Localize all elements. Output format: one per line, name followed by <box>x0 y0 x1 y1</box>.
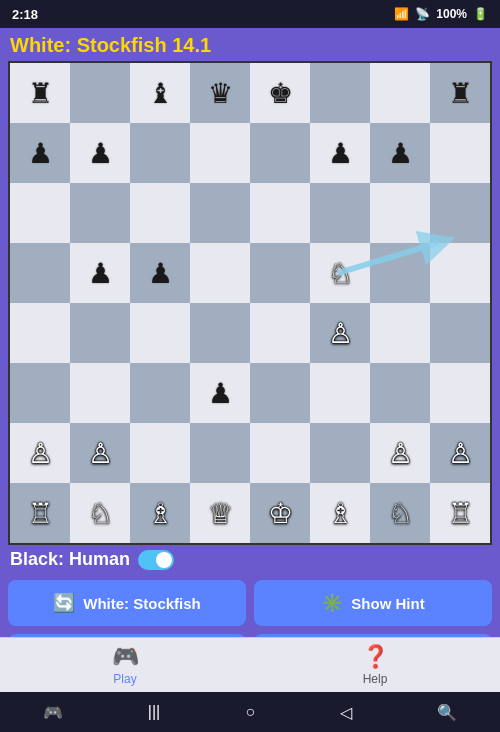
cell-3-2[interactable]: ♟ <box>130 243 190 303</box>
cell-5-1[interactable] <box>70 363 130 423</box>
bottom-nav: 🎮 Play ❓ Help <box>0 637 500 692</box>
piece-4-5: ♙ <box>328 317 353 350</box>
cell-3-5[interactable]: ♘ <box>310 243 370 303</box>
piece-1-1: ♟ <box>88 137 113 170</box>
cell-5-5[interactable] <box>310 363 370 423</box>
cell-2-1[interactable] <box>70 183 130 243</box>
wifi-icon: 📶 <box>394 7 409 21</box>
cell-7-7[interactable]: ♖ <box>430 483 490 543</box>
cell-3-1[interactable]: ♟ <box>70 243 130 303</box>
cell-1-5[interactable]: ♟ <box>310 123 370 183</box>
cell-6-1[interactable]: ♙ <box>70 423 130 483</box>
cell-2-2[interactable] <box>130 183 190 243</box>
status-icons: 📶 📡 100% 🔋 <box>394 7 488 21</box>
cell-6-7[interactable]: ♙ <box>430 423 490 483</box>
cell-0-7[interactable]: ♜ <box>430 63 490 123</box>
cell-5-0[interactable] <box>10 363 70 423</box>
cell-0-0[interactable]: ♜ <box>10 63 70 123</box>
cell-3-7[interactable] <box>430 243 490 303</box>
cell-7-4[interactable]: ♔ <box>250 483 310 543</box>
cell-1-2[interactable] <box>130 123 190 183</box>
cell-0-5[interactable] <box>310 63 370 123</box>
white-stockfish-button[interactable]: 🔄 White: Stockfish <box>8 580 246 626</box>
piece-0-0: ♜ <box>28 77 53 110</box>
cell-7-6[interactable]: ♘ <box>370 483 430 543</box>
cell-5-6[interactable] <box>370 363 430 423</box>
cell-1-7[interactable] <box>430 123 490 183</box>
cell-3-3[interactable] <box>190 243 250 303</box>
cell-0-3[interactable]: ♛ <box>190 63 250 123</box>
cell-1-0[interactable]: ♟ <box>10 123 70 183</box>
phone-nav-home[interactable]: ○ <box>245 703 255 721</box>
cell-3-6[interactable] <box>370 243 430 303</box>
cell-7-1[interactable]: ♘ <box>70 483 130 543</box>
cell-4-7[interactable] <box>430 303 490 363</box>
hint-icon: ✳️ <box>321 592 343 614</box>
cell-3-4[interactable] <box>250 243 310 303</box>
piece-7-6: ♘ <box>388 497 413 530</box>
cell-3-0[interactable] <box>10 243 70 303</box>
cell-5-2[interactable] <box>130 363 190 423</box>
cell-7-2[interactable]: ♗ <box>130 483 190 543</box>
cell-4-3[interactable] <box>190 303 250 363</box>
piece-5-3: ♟ <box>208 377 233 410</box>
cell-2-5[interactable] <box>310 183 370 243</box>
cell-0-1[interactable] <box>70 63 130 123</box>
piece-6-6: ♙ <box>388 437 413 470</box>
cell-1-3[interactable] <box>190 123 250 183</box>
cell-1-6[interactable]: ♟ <box>370 123 430 183</box>
main-content: White: Stockfish 14.1 ♜♝♛♚♜♟♟♟♟♟♟♘♙♟♙♙♙♙… <box>0 28 500 574</box>
phone-nav-bar: 🎮 ||| ○ ◁ 🔍 <box>0 692 500 732</box>
cell-1-4[interactable] <box>250 123 310 183</box>
white-stockfish-label: White: Stockfish <box>83 595 201 612</box>
cell-2-4[interactable] <box>250 183 310 243</box>
cell-4-1[interactable] <box>70 303 130 363</box>
cell-1-1[interactable]: ♟ <box>70 123 130 183</box>
cell-2-0[interactable] <box>10 183 70 243</box>
status-bar: 2:18 📶 📡 100% 🔋 <box>0 0 500 28</box>
cell-5-4[interactable] <box>250 363 310 423</box>
phone-nav-recent[interactable]: ◁ <box>340 703 352 722</box>
cell-6-2[interactable] <box>130 423 190 483</box>
cell-4-0[interactable] <box>10 303 70 363</box>
cell-6-4[interactable] <box>250 423 310 483</box>
cell-6-5[interactable] <box>310 423 370 483</box>
chess-board: ♜♝♛♚♜♟♟♟♟♟♟♘♙♟♙♙♙♙♖♘♗♕♔♗♘♖ <box>8 61 492 545</box>
piece-7-0: ♖ <box>28 497 53 530</box>
cell-2-6[interactable] <box>370 183 430 243</box>
white-stockfish-icon: 🔄 <box>53 592 75 614</box>
cell-5-7[interactable] <box>430 363 490 423</box>
piece-7-1: ♘ <box>88 497 113 530</box>
play-nav-icon: 🎮 <box>112 644 139 670</box>
nav-play[interactable]: 🎮 Play <box>0 644 250 686</box>
cell-7-0[interactable]: ♖ <box>10 483 70 543</box>
cell-6-0[interactable]: ♙ <box>10 423 70 483</box>
cell-4-2[interactable] <box>130 303 190 363</box>
black-player-toggle[interactable] <box>138 550 174 570</box>
piece-3-1: ♟ <box>88 257 113 290</box>
piece-0-4: ♚ <box>268 77 293 110</box>
cell-0-4[interactable]: ♚ <box>250 63 310 123</box>
phone-nav-search[interactable]: 🔍 <box>437 703 457 722</box>
cell-4-6[interactable] <box>370 303 430 363</box>
show-hint-button[interactable]: ✳️ Show Hint <box>254 580 492 626</box>
cell-2-3[interactable] <box>190 183 250 243</box>
phone-nav-gamepad[interactable]: 🎮 <box>43 703 63 722</box>
cell-2-7[interactable] <box>430 183 490 243</box>
page-title: White: Stockfish 14.1 <box>8 34 492 57</box>
cell-7-3[interactable]: ♕ <box>190 483 250 543</box>
piece-7-7: ♖ <box>448 497 473 530</box>
piece-7-5: ♗ <box>328 497 353 530</box>
piece-1-5: ♟ <box>328 137 353 170</box>
nav-help[interactable]: ❓ Help <box>250 644 500 686</box>
cell-7-5[interactable]: ♗ <box>310 483 370 543</box>
cell-6-6[interactable]: ♙ <box>370 423 430 483</box>
cell-0-6[interactable] <box>370 63 430 123</box>
cell-6-3[interactable] <box>190 423 250 483</box>
cell-0-2[interactable]: ♝ <box>130 63 190 123</box>
cell-4-5[interactable]: ♙ <box>310 303 370 363</box>
help-nav-label: Help <box>363 672 388 686</box>
cell-5-3[interactable]: ♟ <box>190 363 250 423</box>
phone-nav-back[interactable]: ||| <box>148 703 160 721</box>
cell-4-4[interactable] <box>250 303 310 363</box>
